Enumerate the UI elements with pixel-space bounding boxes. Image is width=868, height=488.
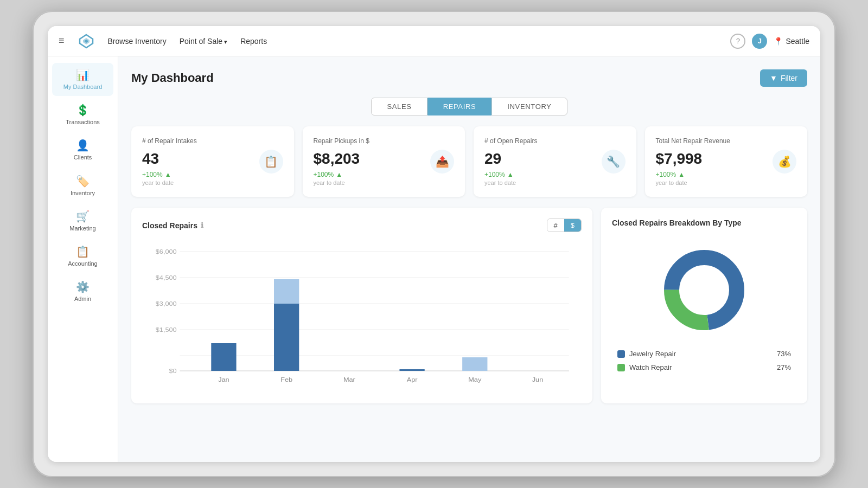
- body-layout: 📊 My Dashboard 💲 Transactions 👤 Clients …: [48, 56, 820, 462]
- nav-links: Browse Inventory Point of Sale Reports: [108, 37, 718, 46]
- sidebar-label-6: Admin: [74, 296, 91, 303]
- page-title: My Dashboard: [131, 71, 214, 85]
- sidebar-icon-6: ⚙️: [76, 280, 90, 293]
- toggle-dollar-button[interactable]: $: [564, 219, 581, 232]
- stat-period-3: year to date: [656, 179, 797, 186]
- stat-period-0: year to date: [142, 179, 283, 186]
- bar-chart-svg: $6,000 $4,500 $3,000 $1,500 $0: [142, 241, 582, 393]
- sidebar-item-admin[interactable]: ⚙️ Admin: [52, 275, 113, 308]
- filter-button[interactable]: ▼ Filter: [760, 69, 807, 87]
- sidebar-label-4: Marketing: [69, 225, 95, 232]
- app-container: ≡ Browse Inventory Point of Sale Reports…: [48, 26, 820, 462]
- svg-point-27: [680, 266, 728, 314]
- bar-chart-area: $6,000 $4,500 $3,000 $1,500 $0: [142, 241, 582, 393]
- svg-text:$0: $0: [169, 368, 177, 375]
- svg-rect-15: [274, 304, 299, 371]
- stat-card-0: # of Repair Intakes 43 +100% ▲ year to d…: [131, 126, 294, 197]
- stat-card-1: Repair Pickups in $ $8,203 +100% ▲ year …: [303, 126, 465, 197]
- donut-svg: [655, 241, 753, 339]
- stat-period-1: year to date: [314, 179, 455, 186]
- toggle-count-button[interactable]: #: [547, 219, 564, 232]
- location-selector[interactable]: 📍 Seattle: [774, 37, 809, 46]
- svg-text:Feb: Feb: [280, 376, 292, 383]
- stat-change-1: +100% ▲: [314, 171, 455, 178]
- stat-icon-0: 📋: [259, 150, 283, 174]
- donut-chart-title: Closed Repairs Breakdown By Type: [612, 219, 742, 227]
- page-header: My Dashboard ▼ Filter: [131, 69, 807, 87]
- sidebar-icon-3: 🏷️: [76, 175, 90, 188]
- svg-rect-18: [462, 357, 487, 371]
- donut-chart-card: Closed Repairs Breakdown By Type: [601, 208, 807, 403]
- bar-chart-title: Closed Repairs ℹ: [142, 221, 203, 230]
- sidebar-item-transactions[interactable]: 💲 Transactions: [52, 98, 113, 131]
- bar-chart-card: Closed Repairs ℹ # $: [131, 208, 592, 403]
- stat-title-2: # of Open Repairs: [484, 137, 626, 145]
- sidebar: 📊 My Dashboard 💲 Transactions 👤 Clients …: [48, 56, 118, 462]
- sidebar-icon-1: 💲: [76, 104, 90, 117]
- svg-text:$1,500: $1,500: [156, 326, 177, 333]
- nav-point-of-sale[interactable]: Point of Sale: [180, 37, 227, 46]
- stat-title-0: # of Repair Intakes: [142, 137, 283, 145]
- stat-cards: # of Repair Intakes 43 +100% ▲ year to d…: [131, 126, 807, 197]
- charts-row: Closed Repairs ℹ # $: [131, 208, 807, 403]
- sidebar-item-clients[interactable]: 👤 Clients: [52, 133, 113, 166]
- svg-text:$4,500: $4,500: [156, 274, 177, 281]
- donut-legend: Jewelry Repair 73% Watch Repair: [612, 350, 796, 371]
- top-nav: ≡ Browse Inventory Point of Sale Reports…: [48, 26, 820, 56]
- nav-browse-inventory[interactable]: Browse Inventory: [108, 37, 167, 46]
- svg-text:$3,000: $3,000: [156, 300, 177, 307]
- legend-item-jewelry: Jewelry Repair 73%: [617, 350, 791, 358]
- svg-rect-14: [211, 343, 236, 371]
- nav-reports[interactable]: Reports: [240, 37, 267, 46]
- watch-label: Watch Repair: [629, 363, 672, 371]
- svg-text:Apr: Apr: [407, 376, 418, 383]
- sidebar-icon-4: 🛒: [76, 210, 90, 223]
- stat-card-3: Total Net Repair Revenue $7,998 +100% ▲ …: [645, 126, 808, 197]
- chart-toggle: # $: [547, 219, 582, 232]
- svg-rect-16: [274, 279, 299, 304]
- svg-text:Jun: Jun: [532, 376, 543, 383]
- donut-chart-header: Closed Repairs Breakdown By Type: [612, 219, 796, 227]
- filter-icon: ▼: [770, 74, 777, 82]
- stat-period-2: year to date: [484, 179, 626, 186]
- hamburger-icon[interactable]: ≡: [59, 35, 65, 47]
- sidebar-item-my-dashboard[interactable]: 📊 My Dashboard: [52, 63, 113, 96]
- location-pin-icon: 📍: [774, 37, 783, 46]
- stat-icon-3: 💰: [773, 150, 796, 174]
- sidebar-label-5: Accounting: [68, 260, 97, 267]
- tab-inventory[interactable]: INVENTORY: [492, 98, 567, 115]
- nav-right: ? J 📍 Seattle: [730, 34, 809, 49]
- jewelry-color-dot: [617, 350, 625, 358]
- stat-title-1: Repair Pickups in $: [314, 137, 455, 145]
- svg-text:Mar: Mar: [343, 376, 355, 383]
- tab-sales[interactable]: SALES: [371, 98, 427, 115]
- sidebar-label-1: Transactions: [66, 119, 100, 126]
- sidebar-icon-5: 📋: [76, 245, 90, 258]
- jewelry-pct: 73%: [777, 350, 791, 358]
- info-icon[interactable]: ℹ: [201, 221, 203, 229]
- donut-area: Jewelry Repair 73% Watch Repair: [612, 236, 796, 377]
- stat-change-3: +100% ▲: [656, 171, 797, 178]
- user-avatar-button[interactable]: J: [752, 34, 767, 49]
- svg-text:Jan: Jan: [218, 376, 229, 383]
- bar-chart-header: Closed Repairs ℹ # $: [142, 219, 582, 232]
- stat-icon-2: 🔧: [602, 150, 626, 174]
- stat-card-2: # of Open Repairs 29 +100% ▲ year to dat…: [474, 126, 636, 197]
- sidebar-item-inventory[interactable]: 🏷️ Inventory: [52, 169, 113, 202]
- sidebar-label-0: My Dashboard: [63, 84, 103, 91]
- stat-icon-1: 📤: [430, 150, 454, 174]
- help-button[interactable]: ?: [730, 34, 745, 49]
- sidebar-label-2: Clients: [74, 154, 92, 161]
- device-frame: ≡ Browse Inventory Point of Sale Reports…: [33, 11, 835, 477]
- svg-text:$6,000: $6,000: [156, 248, 177, 255]
- legend-item-watch: Watch Repair 27%: [617, 363, 791, 371]
- sidebar-item-marketing[interactable]: 🛒 Marketing: [52, 204, 113, 237]
- main-content: My Dashboard ▼ Filter SALESREPAIRSINVENT…: [118, 56, 820, 462]
- tab-repairs[interactable]: REPAIRS: [427, 98, 492, 115]
- sidebar-label-3: Inventory: [71, 190, 95, 197]
- watch-pct: 27%: [777, 363, 791, 371]
- watch-color-dot: [617, 364, 625, 371]
- stat-change-2: +100% ▲: [484, 171, 626, 178]
- sidebar-item-accounting[interactable]: 📋 Accounting: [52, 240, 113, 273]
- sidebar-icon-2: 👤: [76, 139, 90, 152]
